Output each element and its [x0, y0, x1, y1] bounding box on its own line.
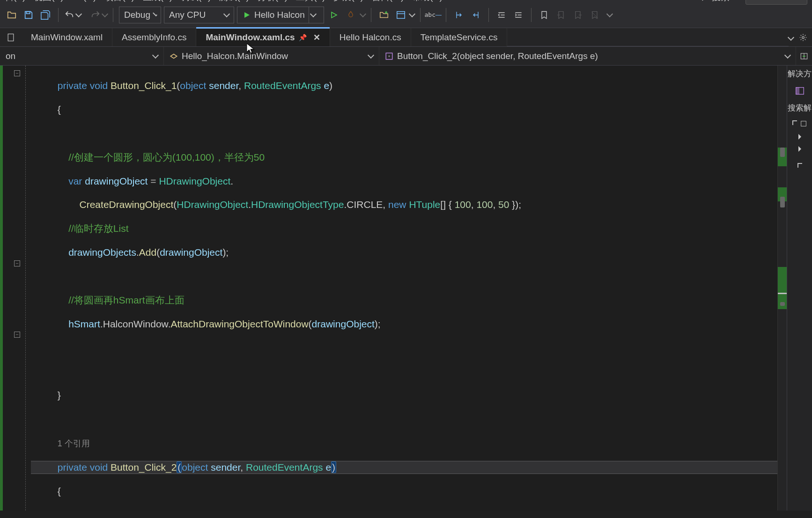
indent-more-icon[interactable]	[511, 8, 525, 22]
indent-less-icon[interactable]	[495, 8, 509, 22]
config-dropdown[interactable]: Debug	[119, 7, 161, 23]
platform-label: Any CPU	[169, 10, 206, 20]
menu-help[interactable]: 帮助(H)	[412, 0, 442, 3]
activity-icon[interactable]	[795, 86, 805, 96]
code-token: void	[90, 462, 108, 473]
tab-label: MainWindow.xaml	[31, 32, 103, 43]
hot-reload-icon[interactable]	[344, 8, 358, 22]
new-folder-icon[interactable]	[377, 8, 391, 22]
side-expand[interactable]	[792, 120, 807, 127]
side-label-solution[interactable]: 搜索解	[788, 103, 812, 113]
start-debug-dropdown[interactable]	[309, 7, 318, 23]
tab-settings-icon[interactable]	[799, 33, 807, 42]
step-into-icon[interactable]	[452, 8, 466, 22]
method-icon	[385, 52, 393, 60]
main-area: − − − private void Button_Click_1(object…	[0, 66, 812, 511]
save-icon[interactable]	[22, 8, 36, 22]
fold-toggle-icon[interactable]: −	[14, 332, 20, 338]
menu-analyze[interactable]: 分析(N)	[258, 0, 288, 3]
menu-edit[interactable]: 辑(E)	[5, 0, 25, 3]
member-dropdown[interactable]: Button_Click_2(object sender, RoutedEven…	[379, 47, 796, 65]
split-editor-icon[interactable]	[800, 52, 808, 60]
chevron-down-icon	[784, 52, 791, 58]
class-dropdown[interactable]: Hello_Halcon.MainWindow	[164, 47, 379, 65]
config-label: Debug	[124, 10, 150, 20]
new-document-icon[interactable]	[0, 28, 22, 46]
vertical-scrollbar[interactable]	[777, 66, 787, 511]
menu-build[interactable]: 生成(B)	[143, 0, 172, 3]
fold-toggle-icon[interactable]: −	[14, 70, 20, 76]
search-icon[interactable]	[696, 0, 703, 1]
code-token: var	[68, 176, 82, 186]
tab-overflow-icon[interactable]	[788, 34, 794, 40]
code-token: HalconWindow	[103, 318, 168, 329]
code-token: CIRCLE	[347, 199, 383, 210]
codelens-references[interactable]: 1 个引用	[58, 439, 90, 448]
code-token: Button_Click_1	[111, 80, 177, 91]
menu-extensions[interactable]: 扩展(X)	[333, 0, 363, 3]
code-content[interactable]: private void Button_Click_1(object sende…	[31, 66, 777, 511]
svg-point-9	[388, 55, 390, 57]
breakpoint-margin[interactable]	[0, 66, 8, 511]
tab-templateservice[interactable]: TemplateService.cs	[411, 28, 508, 46]
fold-toggle-icon[interactable]: −	[14, 260, 20, 266]
start-debug-button[interactable]: Hello Halcon	[237, 7, 324, 23]
menu-debug[interactable]: 调试(D)	[181, 0, 211, 3]
pin-icon[interactable]: 📌	[299, 34, 307, 41]
chevron-down-icon	[368, 52, 374, 58]
tab-assemblyinfo[interactable]: AssemblyInfo.cs	[112, 28, 196, 46]
bookmark-next-icon[interactable]	[571, 8, 585, 22]
code-token: new	[388, 199, 406, 210]
menu-window[interactable]: 窗口(W)	[372, 0, 404, 3]
menu-view[interactable]: 视图(V)	[34, 0, 63, 3]
tab-mainwindow-xaml[interactable]: MainWindow.xaml	[22, 28, 112, 46]
code-token: e	[325, 462, 331, 473]
search-input[interactable]: 搜索...	[712, 0, 737, 3]
bookmark-clear-icon[interactable]	[588, 8, 602, 22]
start-nodebug-icon[interactable]	[327, 8, 341, 22]
tab-label: AssemblyInfo.cs	[122, 32, 186, 43]
save-all-icon[interactable]	[38, 8, 52, 22]
window-layout-icon[interactable]	[394, 8, 408, 22]
code-comment: //创建一个圆形，圆心为(100,100)，半径为50	[68, 152, 265, 163]
project-dropdown[interactable]: on	[0, 47, 164, 65]
code-token: CreateDrawingObject	[80, 199, 174, 210]
tab-hello-halcon[interactable]: Hello Halcon.cs	[330, 28, 411, 46]
fold-gutter[interactable]: − − −	[8, 66, 25, 511]
code-token: drawingObject	[85, 176, 148, 186]
code-token: private	[58, 80, 87, 91]
undo-dropdown[interactable]	[64, 10, 81, 20]
class-label: Hello_Halcon.MainWindow	[182, 51, 288, 61]
side-label-search[interactable]: 解决方	[788, 68, 812, 79]
bookmark-prev-icon[interactable]	[554, 8, 568, 22]
tab-mainwindow-xaml-cs[interactable]: MainWindow.xaml.cs 📌 ✕	[196, 28, 330, 46]
code-token: hSmart	[68, 318, 100, 329]
bookmark-icon[interactable]	[537, 8, 551, 22]
code-token: object	[182, 462, 208, 473]
close-icon[interactable]: ✕	[313, 32, 320, 43]
code-token: e	[324, 80, 329, 91]
side-collapse-icon[interactable]	[797, 163, 802, 168]
menu-tools[interactable]: 工具(T)	[296, 0, 325, 3]
svg-point-7	[802, 36, 805, 38]
platform-dropdown[interactable]: Any CPU	[164, 7, 234, 23]
code-token: HTuple	[409, 199, 440, 210]
svg-rect-6	[8, 34, 14, 41]
open-file-icon[interactable]	[5, 8, 19, 22]
step-out-icon[interactable]	[469, 8, 483, 22]
rename-icon[interactable]: abc―	[426, 8, 440, 22]
menu-test[interactable]: 测试(S)	[219, 0, 249, 3]
code-token: RoutedEventArgs	[244, 80, 321, 91]
code-token: HDrawingObject	[159, 176, 230, 186]
code-token: sender	[211, 462, 240, 473]
svg-line-1	[701, 0, 703, 0]
side-expand-3[interactable]	[798, 146, 801, 152]
menu-git[interactable]: Git(G)	[72, 0, 96, 2]
code-token: HDrawingObjectType	[251, 199, 344, 210]
side-expand-2[interactable]	[798, 134, 801, 140]
play-icon	[243, 11, 251, 19]
menu-project[interactable]: 项目(P)	[104, 0, 134, 3]
redo-dropdown[interactable]	[90, 10, 107, 20]
tab-label: TemplateService.cs	[421, 32, 498, 43]
code-editor[interactable]: − − − private void Button_Click_1(object…	[0, 66, 787, 511]
